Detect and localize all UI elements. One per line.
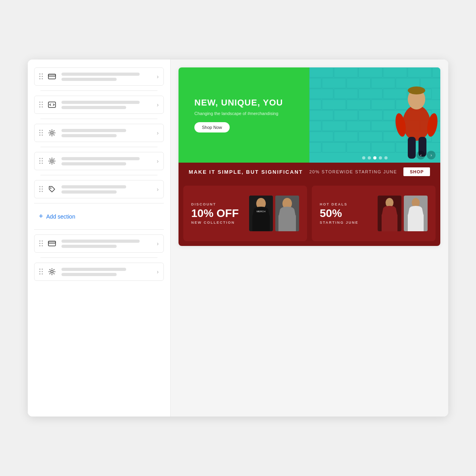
brick-wall-svg: [309, 67, 440, 163]
image-banner-icon: [47, 72, 57, 81]
nav-dot-2[interactable]: [368, 156, 371, 159]
hero-cta-button[interactable]: Shop Now: [194, 122, 230, 132]
item-line-2b: [61, 106, 126, 109]
announcement-sub-text: 20% storewide starting June: [309, 169, 397, 174]
svg-point-55: [403, 105, 430, 141]
promo-text-2: HOT DEALS 50% STARTING JUNE: [320, 202, 371, 225]
drag-handle-2[interactable]: [39, 102, 43, 108]
chevron-right-icon-2: ›: [157, 102, 159, 108]
promo-collection-1: NEW COLLECTION: [191, 221, 243, 225]
promo-img-1a: MERCH: [249, 196, 273, 231]
promo-img-2b: [404, 196, 428, 231]
promo-img-2a: [378, 196, 401, 231]
promo-images-2: [378, 196, 428, 231]
sidebar-item-2[interactable]: ›: [34, 96, 164, 114]
drag-handle-7[interactable]: [39, 269, 43, 275]
gear-icon: [47, 128, 57, 138]
drag-handle-1[interactable]: [39, 73, 43, 80]
divider-1: [40, 90, 157, 91]
sidebar-item-7[interactable]: ›: [34, 263, 164, 281]
sidebar-item-1[interactable]: ›: [34, 67, 164, 86]
gear-icon-3: [47, 267, 57, 276]
promo-images-1: MERCH: [249, 196, 299, 231]
divider-5: [34, 229, 164, 230]
promo-collection-2: STARTING JUNE: [320, 221, 371, 225]
drag-handle-6[interactable]: [39, 240, 43, 247]
item-line-4a: [61, 157, 140, 160]
hero-left-panel: NEW, UNIQUE, YOU Changing the landscape …: [178, 67, 309, 163]
sidebar-item-6[interactable]: ›: [34, 234, 164, 253]
chevron-right-icon-5: ›: [157, 186, 159, 192]
preview-frame: NEW, UNIQUE, YOU Changing the landscape …: [178, 67, 440, 246]
plus-icon: +: [39, 212, 43, 221]
item-line-6b: [61, 245, 117, 248]
item-line-7b: [61, 273, 117, 276]
svg-rect-74: [408, 215, 424, 231]
nav-dot-4[interactable]: [379, 156, 382, 159]
promo-label-2: HOT DEALS: [320, 202, 371, 206]
promo-img-1b: [275, 196, 299, 231]
svg-text:MERCH: MERCH: [257, 210, 265, 213]
svg-point-8: [51, 271, 53, 273]
hero-nav-dots: [362, 156, 388, 159]
divider-2: [40, 119, 157, 119]
sidebar-item-4[interactable]: ›: [34, 152, 164, 170]
announcement-bar: MAKE IT SIMPLE, BUT SIGNIFICANT 20% stor…: [178, 163, 440, 181]
sidebar-sections-below: › ›: [28, 234, 170, 281]
preview-area: NEW, UNIQUE, YOU Changing the landscape …: [171, 60, 448, 416]
promo-section: DISCOUNT 10% OFF NEW COLLECTION: [178, 181, 440, 246]
divider-4: [40, 175, 157, 175]
announcement-shop-button[interactable]: SHOP: [403, 167, 430, 176]
divider-6: [40, 257, 157, 258]
svg-rect-1: [48, 74, 56, 76]
svg-rect-64: [252, 215, 270, 231]
code-icon: [47, 100, 57, 109]
item-line-2a: [61, 101, 140, 104]
hero-banner: NEW, UNIQUE, YOU Changing the landscape …: [178, 67, 440, 163]
item-lines-6: [61, 240, 154, 248]
svg-point-4: [51, 160, 53, 162]
svg-rect-68: [278, 215, 296, 231]
item-line-7a: [61, 268, 126, 271]
nav-dot-3[interactable]: [373, 156, 376, 159]
drag-handle-3[interactable]: [39, 130, 43, 136]
item-line-3b: [61, 134, 117, 137]
main-divider: [34, 203, 164, 203]
item-lines-2: [61, 101, 154, 109]
hero-subtitle: Changing the landscape of #merchandising: [194, 111, 294, 116]
drag-handle-5[interactable]: [39, 186, 43, 192]
chevron-right-icon-6: ›: [157, 240, 159, 247]
promo-card-1[interactable]: DISCOUNT 10% OFF NEW COLLECTION: [183, 186, 307, 241]
add-section-button[interactable]: + Add section: [34, 208, 164, 225]
item-lines-5: [61, 185, 154, 194]
announcement-text: MAKE IT SIMPLE, BUT SIGNIFICANT: [189, 169, 303, 175]
item-lines-7: [61, 268, 154, 276]
sidebar: › ›: [28, 60, 171, 416]
item-line-1a: [61, 73, 140, 76]
sidebar-item-5[interactable]: ›: [34, 180, 164, 198]
tag-icon: [47, 184, 57, 194]
hero-tagline: NEW, UNIQUE, YOU: [194, 98, 294, 108]
next-arrow[interactable]: ›: [427, 151, 436, 159]
item-line-3a: [61, 129, 126, 132]
add-section-label: Add section: [46, 213, 75, 220]
svg-rect-71: [382, 215, 397, 231]
promo-text-1: DISCOUNT 10% OFF NEW COLLECTION: [191, 202, 243, 225]
promo-discount-2: 50%: [320, 208, 371, 219]
promo-label-1: DISCOUNT: [191, 202, 243, 206]
svg-rect-7: [48, 241, 56, 243]
chevron-right-icon-4: ›: [157, 158, 159, 164]
drag-handle-4[interactable]: [39, 158, 43, 164]
svg-point-57: [408, 86, 425, 94]
svg-point-5: [50, 188, 52, 189]
sidebar-sections-above: › ›: [28, 67, 170, 198]
nav-dot-5[interactable]: [384, 156, 388, 159]
sidebar-item-3[interactable]: ›: [34, 124, 164, 142]
item-lines-3: [61, 129, 154, 137]
prev-arrow[interactable]: ‹: [416, 151, 425, 159]
item-line-1b: [61, 78, 117, 81]
item-lines-1: [61, 73, 154, 81]
promo-card-2[interactable]: HOT DEALS 50% STARTING JUNE: [312, 186, 436, 241]
hero-right-panel: ‹ ›: [309, 67, 440, 163]
nav-dot-1[interactable]: [362, 156, 365, 159]
